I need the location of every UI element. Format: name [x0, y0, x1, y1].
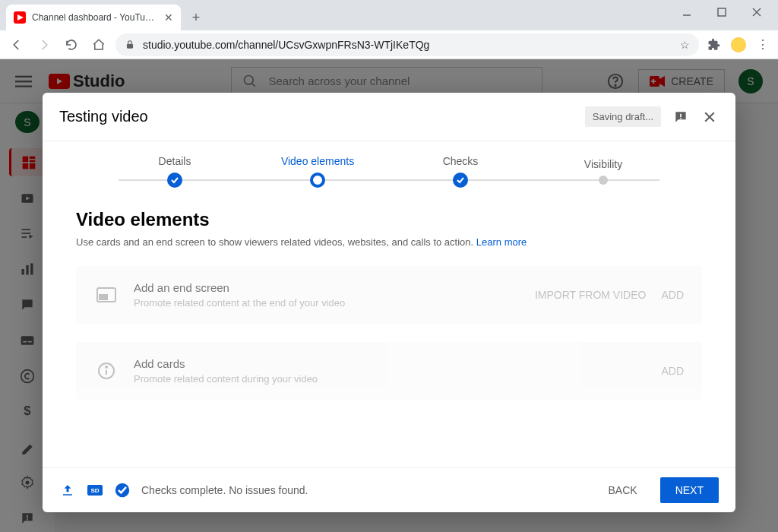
window-close-icon[interactable] [746, 2, 767, 23]
check-icon [167, 173, 182, 188]
end-screen-card: Add an end screen Promote related conten… [76, 266, 702, 324]
tab-title: Channel dashboard - YouTube St [32, 12, 158, 23]
modal-feedback-icon[interactable] [672, 108, 690, 126]
svg-rect-2 [718, 8, 726, 16]
next-button[interactable]: NEXT [660, 477, 719, 503]
section-title: Video elements [76, 209, 702, 230]
section-description: Use cards and an end screen to show view… [76, 236, 702, 248]
browser-menu-icon[interactable]: ⋮ [754, 36, 772, 54]
stepper: Details Video elements Checks Visibility [43, 141, 735, 188]
future-step-icon [599, 176, 608, 185]
modal-close-icon[interactable] [701, 108, 719, 126]
card-subtitle: Promote related content during your vide… [134, 373, 646, 385]
import-from-video-button[interactable]: IMPORT FROM VIDEO [535, 289, 647, 301]
info-icon [94, 362, 119, 380]
extension-yellow-icon[interactable] [729, 36, 748, 54]
address-bar[interactable]: studio.youtube.com/channel/UCsvGxwpnFRsN… [115, 33, 699, 56]
card-subtitle: Promote related content at the end of yo… [134, 297, 520, 309]
learn-more-link[interactable]: Learn more [476, 236, 527, 248]
window-minimize-icon[interactable] [676, 2, 697, 23]
check-icon [453, 173, 468, 188]
browser-tab[interactable]: Channel dashboard - YouTube St ✕ [6, 5, 181, 30]
svg-rect-5 [127, 43, 133, 48]
tab-close-icon[interactable]: ✕ [164, 11, 173, 24]
svg-rect-49 [63, 494, 72, 496]
end-screen-icon [94, 287, 119, 302]
upload-icon[interactable] [59, 482, 76, 499]
hd-icon[interactable]: SD [87, 482, 103, 499]
card-title: Add cards [134, 357, 646, 370]
checks-complete-icon [114, 482, 131, 499]
svg-rect-41 [680, 117, 682, 119]
new-tab-button[interactable]: + [185, 7, 207, 28]
window-maximize-icon[interactable] [711, 2, 732, 23]
youtube-favicon [14, 11, 26, 24]
add-cards-button[interactable]: ADD [661, 365, 684, 377]
add-end-screen-button[interactable]: ADD [661, 289, 684, 301]
step-details[interactable]: Details [103, 155, 246, 188]
upload-video-modal: Testing video Saving draft... Details Vi… [43, 93, 735, 512]
current-step-icon [310, 173, 325, 188]
cards-card: Add cards Promote related content during… [76, 342, 702, 400]
nav-reload-icon[interactable] [61, 34, 82, 55]
extensions-icon[interactable] [705, 36, 723, 54]
save-status-chip: Saving draft... [585, 106, 661, 127]
bookmark-star-icon[interactable]: ☆ [680, 39, 690, 51]
svg-rect-40 [680, 113, 682, 116]
svg-text:SD: SD [90, 487, 99, 494]
step-visibility[interactable]: Visibility [532, 158, 675, 185]
step-checks[interactable]: Checks [389, 155, 532, 188]
svg-point-47 [106, 366, 107, 368]
lock-icon [125, 40, 135, 50]
card-title: Add an end screen [134, 281, 520, 294]
back-button[interactable]: BACK [596, 477, 650, 503]
url-text: studio.youtube.com/channel/UCsvGxwpnFRsN… [143, 39, 672, 51]
nav-home-icon[interactable] [88, 34, 109, 55]
step-video-elements[interactable]: Video elements [246, 155, 389, 188]
nav-forward-icon [33, 34, 55, 55]
modal-title: Testing video [59, 108, 585, 125]
svg-marker-0 [17, 14, 24, 21]
svg-rect-45 [100, 295, 107, 299]
footer-status: Checks complete. No issues found. [141, 484, 308, 496]
nav-back-icon[interactable] [6, 34, 27, 55]
